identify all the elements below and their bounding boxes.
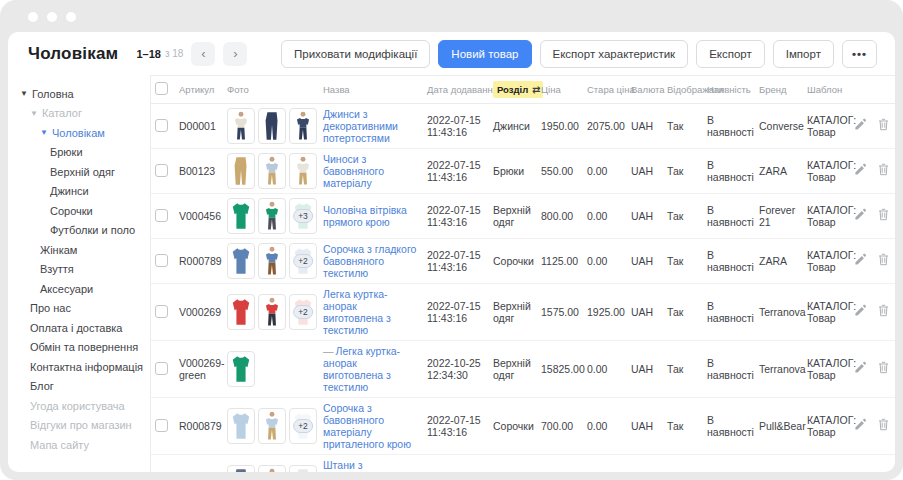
sidebar-item[interactable]: Жінкам xyxy=(8,240,150,260)
toolbar-button[interactable]: Експорт xyxy=(696,40,765,68)
select-all-checkbox[interactable] xyxy=(155,82,168,95)
edit-button[interactable] xyxy=(852,206,869,226)
delete-button[interactable] xyxy=(875,302,892,322)
product-name-link[interactable]: Чиноси з бавовняного матеріалу xyxy=(323,153,384,189)
cell-availability: В наявності xyxy=(703,284,755,341)
product-photo[interactable] xyxy=(227,351,255,387)
window-dot-icon[interactable] xyxy=(28,12,38,22)
cell-price: 800.00 xyxy=(537,194,583,239)
sidebar-item[interactable]: Футболки и поло xyxy=(8,221,150,241)
sidebar-item-label: Про нас xyxy=(30,302,71,314)
product-photo[interactable] xyxy=(227,243,255,279)
sidebar-item[interactable]: Сорочки xyxy=(8,201,150,221)
product-name-link[interactable]: Легка куртка-анорак виготовлена з тексти… xyxy=(323,288,391,336)
row-checkbox[interactable] xyxy=(155,254,168,267)
cell-brand: Pull&Bear xyxy=(755,398,803,455)
edit-button[interactable] xyxy=(852,161,869,181)
cell-sku: D00001 xyxy=(175,104,223,149)
delete-button[interactable] xyxy=(875,359,892,379)
row-checkbox[interactable] xyxy=(155,164,168,177)
sidebar-item[interactable]: Контактна інформація xyxy=(8,357,150,377)
delete-button[interactable] xyxy=(875,161,892,181)
cell-date: 2022-07-15 11:43:16 xyxy=(423,149,489,194)
product-name-link[interactable]: Джинси з декоративними потертостями xyxy=(323,108,398,144)
pencil-icon xyxy=(854,362,867,377)
cell-photo: +2 xyxy=(223,398,319,455)
product-photo[interactable] xyxy=(289,108,317,144)
delete-button[interactable] xyxy=(875,116,892,136)
edit-button[interactable] xyxy=(852,359,869,379)
product-photo[interactable] xyxy=(227,294,255,330)
sidebar-item[interactable]: Взуття xyxy=(8,260,150,280)
product-name-link[interactable]: Легка куртка-анорак виготовлена з тексти… xyxy=(323,345,400,393)
prev-page-button[interactable]: ‹ xyxy=(191,42,215,66)
cell-price: 1950.00 xyxy=(537,104,583,149)
sidebar-item[interactable]: ▼Каталог xyxy=(8,104,150,124)
sidebar-item[interactable]: Джинси xyxy=(8,182,150,202)
window-dot-icon[interactable] xyxy=(47,12,57,22)
toolbar-button[interactable]: Приховати модифікації xyxy=(281,40,430,68)
sidebar-item[interactable]: Відгуки про магазин xyxy=(8,416,150,436)
cell-date: 2022-07-15 11:43:16 xyxy=(423,398,489,455)
sidebar-item[interactable]: Брюки xyxy=(8,143,150,163)
sidebar-item[interactable]: ▼Чоловікам xyxy=(8,123,150,143)
sidebar-item[interactable]: ▼Головна xyxy=(8,84,150,104)
more-photos-thumb[interactable]: +2 xyxy=(289,294,317,330)
toolbar-button[interactable]: Імпорт xyxy=(773,40,834,68)
product-photo[interactable] xyxy=(258,243,286,279)
product-name-link[interactable]: Штани з бавовняного матеріалу прямого кр… xyxy=(323,459,414,472)
edit-button[interactable] xyxy=(852,251,869,271)
product-name-link[interactable]: Сорочка з гладкого бавовняного текстилю xyxy=(323,243,416,279)
product-table: АртикулФотоНазваДата додаванняРозділ ⇄Ці… xyxy=(151,76,895,472)
next-page-button[interactable]: › xyxy=(223,42,247,66)
edit-button[interactable] xyxy=(852,116,869,136)
sidebar-item[interactable]: Аксесуари xyxy=(8,279,150,299)
edit-button[interactable] xyxy=(852,302,869,322)
toolbar-button[interactable]: Експорт характеристик xyxy=(540,40,689,68)
sidebar-item[interactable]: Угода користувача xyxy=(8,396,150,416)
sidebar-item[interactable]: Мапа сайту xyxy=(8,435,150,455)
window-dot-icon[interactable] xyxy=(66,12,76,22)
more-photos-thumb[interactable]: +2 xyxy=(289,465,317,472)
product-photo[interactable] xyxy=(258,294,286,330)
sidebar-item[interactable]: Обмін та повернення xyxy=(8,338,150,358)
table-row: V000269-green—Легка куртка-анорак вигото… xyxy=(151,341,895,398)
more-actions-button[interactable]: ••• xyxy=(842,40,877,68)
row-checkbox[interactable] xyxy=(155,305,168,318)
product-photo[interactable] xyxy=(227,408,255,444)
row-checkbox[interactable] xyxy=(155,362,168,375)
product-photo[interactable] xyxy=(258,465,286,472)
delete-button[interactable] xyxy=(875,251,892,271)
more-photos-thumb[interactable]: +2 xyxy=(289,243,317,279)
delete-button[interactable] xyxy=(875,416,892,436)
row-checkbox[interactable] xyxy=(155,119,168,132)
cell-currency: UAH xyxy=(627,284,663,341)
product-photo[interactable] xyxy=(258,108,286,144)
sidebar-item[interactable]: Блог xyxy=(8,377,150,397)
product-photo[interactable] xyxy=(227,198,255,234)
product-photo[interactable] xyxy=(258,198,286,234)
product-photo[interactable] xyxy=(227,153,255,189)
product-photos xyxy=(227,153,315,189)
product-name-link[interactable]: Сорочка з бавовняного матеріалу притален… xyxy=(323,402,411,450)
sidebar-item[interactable]: Оплата і доставка xyxy=(8,318,150,338)
sort-icon[interactable]: ⇄ xyxy=(529,84,540,95)
product-name-link[interactable]: Чоловіча вітрівка прямого крою xyxy=(323,204,407,228)
sidebar-item[interactable]: Верхній одяг xyxy=(8,162,150,182)
new-product-button[interactable]: Новий товар xyxy=(438,40,531,68)
delete-button[interactable] xyxy=(875,206,892,226)
product-photo[interactable] xyxy=(289,153,317,189)
edit-button[interactable] xyxy=(852,416,869,436)
sorted-column-label[interactable]: Розділ ⇄ xyxy=(493,81,543,98)
product-photo[interactable] xyxy=(227,108,255,144)
cell-check xyxy=(151,284,175,341)
product-photo[interactable] xyxy=(227,465,255,472)
row-checkbox[interactable] xyxy=(155,209,168,222)
product-photo[interactable] xyxy=(258,408,286,444)
row-checkbox[interactable] xyxy=(155,419,168,432)
more-photos-thumb[interactable]: +3 xyxy=(289,198,317,234)
product-photo[interactable] xyxy=(258,153,286,189)
sidebar-item[interactable]: Про нас xyxy=(8,299,150,319)
more-photos-thumb[interactable]: +2 xyxy=(289,408,317,444)
cell-brand: Converse xyxy=(755,104,803,149)
